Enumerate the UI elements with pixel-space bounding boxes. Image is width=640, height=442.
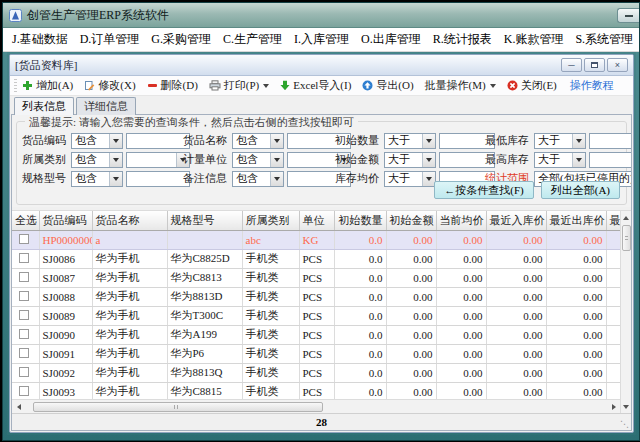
dropdown-button[interactable] bbox=[422, 134, 435, 148]
filter-op-select[interactable]: 包含 bbox=[71, 133, 123, 149]
table-row[interactable]: SJ0089华为手机华为T300C手机类PCS0.00.000.000.000.… bbox=[12, 306, 620, 325]
filter-label: 货品编码 bbox=[22, 133, 68, 148]
child-minimize-button[interactable]: ─ bbox=[561, 58, 582, 72]
menu-item[interactable]: J.基础数据 bbox=[12, 31, 68, 48]
table-row[interactable]: SJ0086华为手机华为C8825D手机类PCS0.00.000.000.000… bbox=[12, 249, 620, 268]
cell-avg_price: 0.00 bbox=[436, 287, 486, 306]
dropdown-button[interactable] bbox=[422, 153, 435, 167]
table-row[interactable]: SJ0090华为手机华为A199手机类PCS0.00.000.000.000.0… bbox=[12, 325, 620, 344]
toolbar-button[interactable]: 删除(D) bbox=[147, 78, 198, 93]
column-header-货品名称: 货品名称 bbox=[92, 211, 167, 230]
row-checkbox[interactable] bbox=[19, 348, 29, 358]
toolbar-button[interactable]: 修改(X) bbox=[84, 78, 135, 93]
toolbar-button-label: 批量操作(M) bbox=[425, 78, 486, 93]
row-checkbox[interactable] bbox=[19, 310, 29, 320]
dropdown-button[interactable] bbox=[422, 172, 435, 186]
filter-op-select[interactable]: 包含 bbox=[71, 171, 123, 187]
filter-op-select[interactable]: 大于 bbox=[384, 133, 436, 149]
row-checkbox[interactable] bbox=[19, 272, 29, 282]
cell-spec: 华为P6 bbox=[167, 344, 242, 363]
tab-detail-info[interactable]: 详细信息 bbox=[76, 97, 136, 115]
cell-init_amount: 0.00 bbox=[386, 363, 436, 382]
filter-text-input[interactable] bbox=[589, 133, 632, 149]
toolbar-button[interactable]: 导出(O) bbox=[362, 78, 413, 93]
filter-op-select[interactable]: 大于 bbox=[534, 152, 586, 168]
dropdown-button[interactable] bbox=[270, 153, 283, 167]
row-checkbox[interactable] bbox=[19, 291, 29, 301]
menu-item[interactable]: K.账款管理 bbox=[504, 31, 564, 48]
row-checkbox[interactable] bbox=[19, 386, 29, 396]
search-by-condition-button[interactable]: ←按条件查找(F) bbox=[434, 181, 533, 199]
dropdown-caret-icon[interactable] bbox=[263, 84, 269, 88]
dropdown-button[interactable] bbox=[572, 134, 585, 148]
list-all-button[interactable]: 列出全部(A) bbox=[541, 181, 620, 199]
app-minimize-button[interactable] bbox=[617, 8, 639, 23]
dropdown-caret-icon[interactable] bbox=[490, 84, 496, 88]
child-close-button[interactable]: × bbox=[607, 58, 628, 72]
table-row[interactable]: SJ0092华为手机华为8813Q手机类PCS0.00.000.000.000.… bbox=[12, 363, 620, 382]
filter-text-input[interactable] bbox=[126, 133, 190, 149]
cell-recent_out_price: 0.00 bbox=[546, 287, 606, 306]
row-checkbox[interactable] bbox=[19, 234, 29, 244]
help-tutorial-link[interactable]: 操作教程 bbox=[570, 78, 614, 93]
filter-text-input[interactable] bbox=[589, 152, 632, 168]
row-checkbox[interactable] bbox=[19, 367, 29, 377]
filter-op-select[interactable]: 大于 bbox=[534, 133, 586, 149]
toolbar-button[interactable]: 打印(P) bbox=[209, 78, 269, 93]
vertical-scroll-thumb[interactable] bbox=[622, 225, 631, 251]
cell-min_stock bbox=[606, 325, 620, 344]
horizontal-scroll-thumb[interactable] bbox=[33, 402, 323, 412]
dropdown-button[interactable] bbox=[270, 134, 283, 148]
vertical-scrollbar[interactable] bbox=[620, 211, 631, 413]
column-header-单位: 单位 bbox=[299, 211, 334, 230]
filter-op-value: 包含 bbox=[233, 152, 270, 167]
filter-op-select[interactable]: 包含 bbox=[71, 152, 123, 168]
row-checkbox[interactable] bbox=[19, 329, 29, 339]
column-header-当前均价: 当前均价 bbox=[436, 211, 486, 230]
table-row[interactable]: SJ0087华为手机华为C8813手机类PCS0.00.000.000.000.… bbox=[12, 268, 620, 287]
menu-item[interactable]: O.出库管理 bbox=[361, 31, 421, 48]
column-header-全选[interactable]: 全选 bbox=[12, 211, 39, 230]
cell-min_stock bbox=[606, 249, 620, 268]
tab-list-info[interactable]: 列表信息 bbox=[14, 97, 74, 115]
child-restore-button[interactable] bbox=[584, 58, 605, 72]
dropdown-button[interactable] bbox=[270, 172, 283, 186]
filter-combo-input[interactable] bbox=[126, 152, 190, 168]
menu-item[interactable]: I.入库管理 bbox=[294, 31, 349, 48]
toolbar-button[interactable]: 增加(A) bbox=[22, 78, 73, 93]
dropdown-button[interactable] bbox=[572, 153, 585, 167]
scroll-right-button[interactable] bbox=[607, 400, 620, 413]
table-row[interactable]: SJ0091华为手机华为P6手机类PCS0.00.000.000.000.00 bbox=[12, 344, 620, 363]
menu-item[interactable]: G.采购管理 bbox=[151, 31, 211, 48]
triangle-down-icon bbox=[426, 177, 432, 181]
filter-op-select[interactable]: 包含 bbox=[232, 152, 284, 168]
filter-op-select[interactable]: 大于 bbox=[384, 171, 436, 187]
scroll-down-button[interactable] bbox=[621, 400, 631, 413]
menu-item[interactable]: C.生产管理 bbox=[223, 31, 282, 48]
horizontal-scrollbar[interactable] bbox=[12, 399, 620, 413]
dropdown-button[interactable] bbox=[109, 153, 122, 167]
menu-item[interactable]: S.系统管理 bbox=[575, 31, 633, 48]
toolbar-button[interactable]: Excel导入(I) bbox=[280, 78, 351, 93]
cell-init_amount: 0.00 bbox=[386, 325, 436, 344]
table-row[interactable]: SJ0088华为手机华为8813D手机类PCS0.00.000.000.000.… bbox=[12, 287, 620, 306]
menu-item[interactable]: D.订单管理 bbox=[80, 31, 140, 48]
scroll-left-button[interactable] bbox=[12, 400, 25, 413]
scroll-up-button[interactable] bbox=[621, 211, 631, 224]
menu-item[interactable]: R.统计报表 bbox=[433, 31, 492, 48]
filter-op-select[interactable]: 包含 bbox=[232, 171, 284, 187]
minus-icon bbox=[147, 80, 158, 91]
dropdown-button[interactable] bbox=[109, 134, 122, 148]
toolbar-button[interactable]: 关闭(E) bbox=[507, 78, 557, 93]
row-checkbox-cell bbox=[12, 363, 39, 382]
filter-op-select[interactable]: 包含 bbox=[232, 133, 284, 149]
column-header-初始数量: 初始数量 bbox=[334, 211, 386, 230]
goods-table: 全选货品编码货品名称规格型号所属类别单位初始数量初始金额当前均价最近入库价最近出… bbox=[12, 211, 620, 399]
row-checkbox[interactable] bbox=[19, 253, 29, 263]
dropdown-button[interactable] bbox=[109, 172, 122, 186]
filter-op-select[interactable]: 大于 bbox=[384, 152, 436, 168]
table-row[interactable]: HP00000001aabcKG0.00.000.000.000.00 bbox=[12, 230, 620, 249]
table-row[interactable]: SJ0093华为手机华为C8815手机类PCS0.00.000.000.000.… bbox=[12, 382, 620, 399]
filter-text-input[interactable] bbox=[126, 171, 190, 187]
toolbar-button[interactable]: 批量操作(M) bbox=[425, 78, 496, 93]
